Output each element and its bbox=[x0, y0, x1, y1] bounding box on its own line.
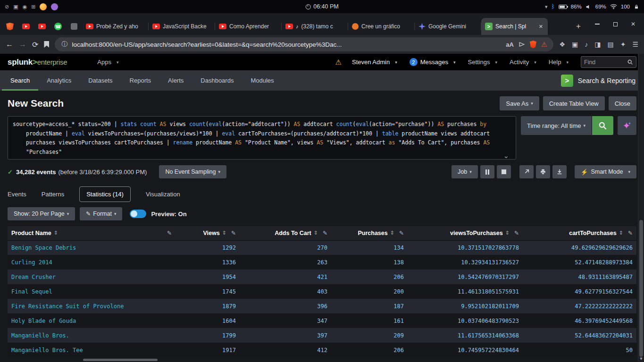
value-cell[interactable]: 52.47148288973384 bbox=[523, 255, 636, 269]
product-name-cell[interactable]: Benign Space Debris bbox=[8, 240, 176, 255]
value-cell[interactable]: 200 bbox=[331, 284, 408, 299]
product-name-cell[interactable]: Curling 2014 bbox=[8, 255, 176, 269]
product-name-cell[interactable]: Manganiello Bros. Tee bbox=[8, 343, 176, 357]
edit-column-icon[interactable]: ✎ bbox=[399, 230, 404, 236]
site-info-icon[interactable]: ⓘ bbox=[61, 40, 67, 49]
forward-button[interactable]: → bbox=[19, 40, 26, 49]
value-cell[interactable]: 1292 bbox=[176, 240, 240, 255]
bookmark-icon[interactable] bbox=[44, 41, 49, 48]
pause-button[interactable] bbox=[480, 165, 494, 178]
column-header-viewstopurchases[interactable]: viewsToPurchases⇕✎ bbox=[408, 226, 523, 240]
value-cell[interactable]: 11.461318051575931 bbox=[408, 284, 523, 299]
nav-item-reports[interactable]: Reports bbox=[121, 70, 160, 91]
back-button[interactable]: ← bbox=[6, 40, 13, 49]
value-cell[interactable]: 397 bbox=[240, 328, 331, 343]
search-query[interactable]: sourcetype=access_* status=200 | stats c… bbox=[8, 116, 516, 160]
wallet-icon[interactable]: ▤ bbox=[607, 41, 613, 48]
pinned-tab-brave[interactable] bbox=[2, 18, 18, 35]
minimize-button[interactable] bbox=[588, 13, 606, 35]
browser-tab-como-aprender[interactable]: Como Aprender bbox=[215, 18, 282, 35]
product-name-cell[interactable]: Final Sequel bbox=[8, 284, 176, 299]
value-cell[interactable]: 412 bbox=[240, 343, 331, 357]
pinned-tab-youtube-2[interactable] bbox=[34, 18, 50, 35]
column-header-carttopurchases[interactable]: cartToPurchases⇕✎ bbox=[523, 226, 636, 240]
app-indicator-orange[interactable] bbox=[40, 3, 47, 10]
value-cell[interactable]: 1604 bbox=[176, 313, 240, 328]
close-tab-icon[interactable]: ✕ bbox=[538, 24, 544, 30]
bluetooth-icon[interactable]: ᛒ bbox=[552, 3, 555, 10]
sort-icon[interactable]: ⇕ bbox=[619, 230, 623, 236]
job-menu-button[interactable]: Job bbox=[452, 165, 478, 178]
record-icon[interactable]: ◉ bbox=[23, 4, 27, 10]
browser-tab-328-tamo-c[interactable]: ♪(328) tamo c bbox=[282, 18, 348, 35]
value-cell[interactable]: 10.542476970317297 bbox=[408, 269, 523, 284]
pinned-tab-whatsapp[interactable]: ☎ bbox=[50, 18, 66, 35]
find-input[interactable] bbox=[584, 59, 627, 66]
value-cell[interactable]: 1336 bbox=[176, 255, 240, 269]
product-name-cell[interactable]: Fire Resistance Suit of Provolone bbox=[8, 299, 176, 313]
expand-query-icon[interactable]: ⌄ bbox=[503, 152, 509, 160]
value-cell[interactable]: 47.22222222222222 bbox=[523, 299, 636, 313]
value-cell[interactable]: 403 bbox=[240, 284, 331, 299]
browser-tab-javascript-backe[interactable]: JavaScript Backe bbox=[149, 18, 215, 35]
product-name-cell[interactable]: Dream Crusher bbox=[8, 269, 176, 284]
print-button[interactable] bbox=[536, 165, 550, 178]
sort-icon[interactable]: ⇕ bbox=[54, 230, 58, 236]
pinned-tab-notes[interactable] bbox=[66, 18, 82, 35]
new-tab-button[interactable]: + bbox=[571, 18, 585, 35]
help-menu[interactable]: Help bbox=[549, 59, 569, 66]
value-cell[interactable]: 10.745957224830464 bbox=[408, 343, 523, 357]
browser-tab-google-gemini[interactable]: Google Gemini bbox=[415, 18, 481, 35]
event-sampling-button[interactable]: No Event Sampling bbox=[159, 165, 226, 178]
leo-ai-icon[interactable]: ✦ bbox=[620, 41, 626, 48]
edit-column-icon[interactable]: ✎ bbox=[514, 230, 519, 236]
edit-column-icon[interactable]: ✎ bbox=[323, 230, 327, 236]
column-header-adds-to-cart[interactable]: Adds To Cart⇕✎ bbox=[240, 226, 331, 240]
value-cell[interactable]: 49.629629629629626 bbox=[523, 240, 636, 255]
nav-item-modules[interactable]: Modules bbox=[242, 70, 282, 91]
app-indicator-purple[interactable] bbox=[51, 3, 58, 10]
edit-column-icon[interactable]: ✎ bbox=[167, 230, 172, 236]
product-name-cell[interactable]: Manganiello Bros. bbox=[8, 328, 176, 343]
per-page-button[interactable]: Show: 20 Per Page bbox=[8, 207, 75, 220]
nav-item-alerts[interactable]: Alerts bbox=[159, 70, 192, 91]
ai-assistant-button[interactable] bbox=[618, 116, 636, 135]
nav-item-analytics[interactable]: Analytics bbox=[38, 70, 80, 91]
smart-mode-button[interactable]: ⚡ Smart Mode bbox=[575, 165, 636, 178]
translate-icon[interactable]: aA bbox=[506, 41, 514, 48]
value-cell[interactable]: 134 bbox=[331, 240, 408, 255]
wifi-icon[interactable] bbox=[610, 4, 617, 9]
grid-icon[interactable]: ⊞ bbox=[31, 4, 35, 10]
horizontal-scrollbar-thumb[interactable] bbox=[83, 359, 158, 361]
browser-tab-prob-zed-y-aho[interactable]: Probé Zed y aho bbox=[82, 18, 149, 35]
close-window-button[interactable]: ✕ bbox=[624, 13, 642, 35]
send-to-device-icon[interactable] bbox=[519, 41, 525, 48]
value-cell[interactable]: 1917 bbox=[176, 343, 240, 357]
clock[interactable]: 06:40 PM bbox=[305, 3, 339, 10]
results-tab-statistics-14[interactable]: Statistics (14) bbox=[79, 186, 131, 202]
value-cell[interactable]: 161 bbox=[331, 313, 408, 328]
value-cell[interactable]: 11.617565314063368 bbox=[408, 328, 523, 343]
stop-button[interactable] bbox=[497, 165, 511, 178]
value-cell[interactable]: 10.32934131736527 bbox=[408, 255, 523, 269]
nav-item-datasets[interactable]: Datasets bbox=[80, 70, 121, 91]
health-warning-icon[interactable]: ⚠ bbox=[335, 58, 342, 67]
user-menu[interactable]: Steven Admin bbox=[352, 59, 397, 66]
share-button[interactable] bbox=[519, 165, 534, 178]
maximize-button[interactable] bbox=[606, 13, 624, 35]
edit-column-icon[interactable]: ✎ bbox=[628, 230, 633, 236]
menu-icon[interactable]: ☰ bbox=[632, 41, 638, 48]
chevron-down-icon[interactable]: ▾ bbox=[545, 4, 548, 10]
value-cell[interactable]: 46.39769452449568 bbox=[523, 313, 636, 328]
create-table-view-button[interactable]: Create Table View bbox=[543, 96, 605, 110]
media-control-icon[interactable]: ♪ bbox=[585, 41, 588, 48]
value-cell[interactable]: 49.62779156327544 bbox=[523, 284, 636, 299]
value-cell[interactable]: 9.952102182011709 bbox=[408, 299, 523, 313]
results-tab-events[interactable]: Events bbox=[8, 190, 26, 199]
lock-icon[interactable] bbox=[634, 4, 639, 10]
product-name-cell[interactable]: Holy Blade of Gouda bbox=[8, 313, 176, 328]
results-tab-visualization[interactable]: Visualization bbox=[146, 190, 180, 199]
browser-tab-search-spl[interactable]: >Search | Spl✕ bbox=[481, 18, 548, 35]
value-cell[interactable]: 206 bbox=[331, 343, 408, 357]
value-cell[interactable]: 206 bbox=[331, 269, 408, 284]
